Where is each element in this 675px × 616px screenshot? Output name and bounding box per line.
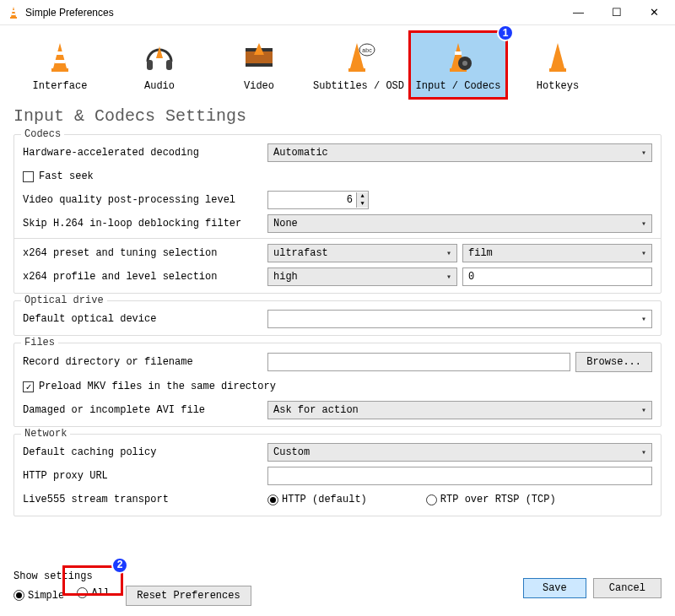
hw-decode-select[interactable]: Automatic: [267, 143, 652, 162]
skip-select[interactable]: None: [267, 214, 652, 233]
group-title: Network: [21, 428, 70, 440]
save-button[interactable]: Save: [523, 578, 586, 598]
svg-rect-1: [10, 17, 17, 19]
tab-label: Interface: [13, 80, 107, 92]
page-heading: Input & Codecs Settings: [0, 100, 675, 134]
tab-label: Audio: [112, 80, 207, 92]
svg-marker-10: [156, 46, 163, 58]
svg-rect-9: [166, 60, 172, 70]
svg-rect-3: [12, 14, 16, 15]
svg-marker-24: [551, 43, 564, 68]
svg-rect-16: [348, 68, 365, 72]
cache-label: Default caching policy: [23, 446, 267, 458]
avi-select[interactable]: Ask for action: [267, 401, 652, 419]
badge-2: 2: [111, 557, 128, 574]
cone-icon: [43, 40, 77, 73]
group-title: Optical drive: [21, 294, 107, 306]
titlebar: Simple Preferences — ☐ ✕: [0, 0, 675, 25]
category-toolbar: Interface Audio Video abc Subtitles / OS…: [0, 25, 675, 100]
group-files: Files Record directory or filename Brows…: [14, 343, 662, 427]
stream-label: Live555 stream transport: [23, 494, 267, 505]
show-settings-group: Show settings Simple All Reset Preferenc…: [14, 570, 251, 606]
close-button[interactable]: ✕: [635, 1, 673, 24]
fast-seek-checkbox[interactable]: [23, 171, 34, 182]
svg-rect-7: [55, 60, 65, 63]
optical-device-label: Default optical device: [23, 313, 267, 325]
x264-profile-select[interactable]: high: [267, 267, 457, 286]
simple-label: Simple: [28, 590, 64, 602]
footer: Show settings Simple All Reset Preferenc…: [14, 570, 662, 606]
hw-decode-label: Hardware-accelerated decoding: [23, 147, 267, 159]
badge-1: 1: [497, 24, 514, 41]
tab-hotkeys[interactable]: Hotkeys: [508, 30, 608, 100]
record-label: Record directory or filename: [23, 356, 267, 368]
tab-input-codecs[interactable]: 1 Input / Codecs: [408, 30, 508, 100]
record-input[interactable]: [267, 353, 570, 371]
group-optical: Optical drive Default optical device: [14, 300, 662, 336]
svg-rect-25: [549, 68, 566, 72]
vq-label: Video quality post-processing level: [23, 194, 267, 206]
group-codecs: Codecs Hardware-accelerated decoding Aut…: [14, 134, 662, 294]
x264-level-input[interactable]: 0: [462, 267, 652, 286]
stream-rtp-label: RTP over RTSP (TCP): [440, 494, 556, 505]
stream-http-label: HTTP (default): [282, 494, 367, 505]
svg-rect-8: [147, 60, 153, 70]
film-icon: [242, 40, 276, 73]
proxy-label: HTTP proxy URL: [23, 470, 267, 482]
show-settings-label: Show settings: [14, 570, 251, 582]
svg-text:abc: abc: [362, 47, 372, 53]
preload-mkv-label: Preload MKV files in the same directory: [39, 381, 276, 392]
svg-rect-2: [12, 10, 15, 12]
reset-preferences-button[interactable]: Reset Preferences: [126, 586, 251, 606]
window-title: Simple Preferences: [25, 7, 559, 19]
fast-seek-label: Fast seek: [39, 170, 94, 182]
tab-audio[interactable]: Audio: [110, 30, 209, 100]
group-network: Network Default caching policy Custom HT…: [14, 434, 662, 516]
svg-rect-13: [246, 63, 273, 67]
svg-marker-4: [53, 43, 67, 68]
headphones-icon: [143, 40, 176, 73]
cancel-button[interactable]: Cancel: [593, 578, 662, 598]
skip-label: Skip H.264 in-loop deblocking filter: [23, 218, 267, 230]
svg-rect-23: [455, 51, 462, 55]
simple-radio[interactable]: [14, 590, 24, 601]
proxy-input[interactable]: [267, 467, 652, 485]
browse-button[interactable]: Browse...: [575, 352, 652, 372]
group-title: Files: [21, 337, 58, 349]
maximize-button[interactable]: ☐: [597, 1, 635, 24]
x264-preset-select[interactable]: ultrafast: [267, 244, 457, 262]
cone-bubble-icon: abc: [342, 40, 375, 73]
cache-select[interactable]: Custom: [267, 443, 652, 462]
preload-mkv-checkbox[interactable]: [23, 381, 34, 392]
tab-interface[interactable]: Interface: [10, 30, 110, 100]
svg-rect-5: [51, 68, 68, 72]
tab-label: Video: [212, 80, 306, 92]
x264-tune-select[interactable]: film: [462, 244, 652, 262]
tab-label: Subtitles / OSD: [311, 80, 406, 92]
x264-preset-label: x264 preset and tuning selection: [23, 247, 267, 259]
cone-reel-icon: [441, 40, 475, 73]
svg-point-22: [462, 61, 467, 66]
stream-http-radio[interactable]: [267, 494, 278, 505]
cone-key-icon: [541, 40, 575, 73]
tab-label: Hotkeys: [510, 80, 605, 92]
svg-rect-6: [57, 51, 63, 55]
tab-subtitles[interactable]: abc Subtitles / OSD: [309, 30, 408, 100]
stream-rtp-radio[interactable]: [426, 494, 437, 505]
group-title: Codecs: [21, 128, 64, 140]
avi-label: Damaged or incomplete AVI file: [23, 404, 267, 416]
vlc-icon: [7, 6, 20, 19]
optical-device-select[interactable]: [267, 310, 652, 328]
tab-video[interactable]: Video: [209, 30, 309, 100]
minimize-button[interactable]: —: [559, 1, 597, 24]
vq-spinbox[interactable]: 6▲▼: [267, 191, 369, 209]
tab-label: Input / Codecs: [411, 80, 505, 92]
x264-profile-label: x264 profile and level selection: [23, 271, 267, 283]
